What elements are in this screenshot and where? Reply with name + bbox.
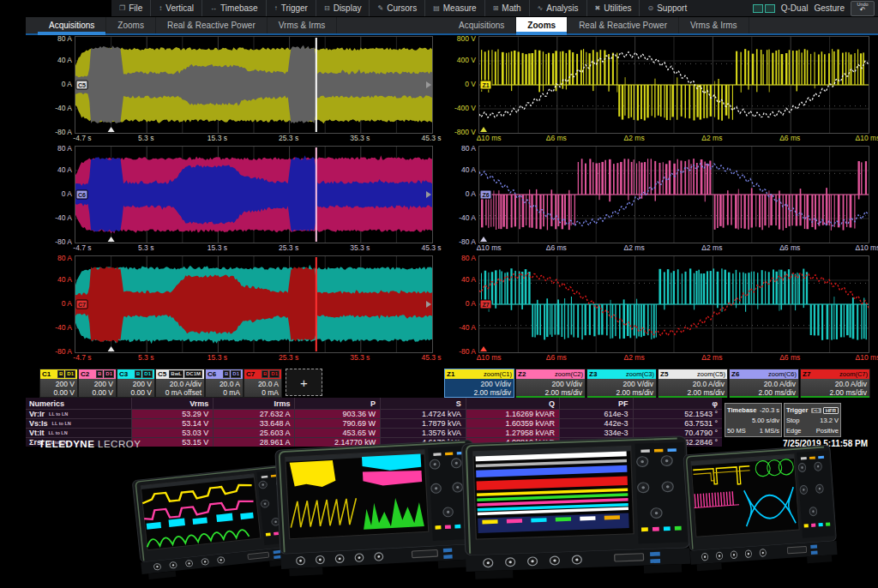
svg-text:C7: C7 <box>78 302 86 308</box>
menu-bar: ❐File↕Vertical↔Timebase↑Trigger⊟Display✎… <box>111 0 878 16</box>
channel-value: 0 mA <box>223 388 240 397</box>
timebase-box[interactable]: Timebase-20.3 s 5.00 s/div 50 MS1 MS/s <box>725 403 782 437</box>
y-tick-label: 40 A <box>461 165 476 174</box>
y-tick-label: 800 V <box>457 34 476 43</box>
zoom-plot-z1-z5[interactable]: Z1 <box>478 36 869 134</box>
zoom-box-z7[interactable]: Z7zoom(C7)20.0 A/div2.00 ms/div <box>800 369 870 398</box>
svg-text:Z1: Z1 <box>482 82 489 88</box>
menu-item-vertical[interactable]: ↕Vertical <box>150 0 201 16</box>
y-tick-label: -80 A <box>459 347 476 356</box>
y-tick-label: 0 A <box>466 189 476 198</box>
x-tick-label: 5.3 s <box>138 243 153 252</box>
channel-badge: D1 <box>231 370 241 378</box>
zoom-header: Z2zoom(C2) <box>516 369 585 379</box>
menu-item-support[interactable]: ⊙Support <box>639 0 695 16</box>
channel-box-c1[interactable]: C1BD1200 V0.00 V <box>39 369 78 398</box>
y-tick-label: 80 A <box>57 254 72 262</box>
tab-group-left: AcquisitionsZoomsReal & Reactive PowerVr… <box>38 17 337 33</box>
menu-item-display[interactable]: ⊟Display <box>316 0 370 16</box>
tab-zooms[interactable]: Zooms <box>516 17 568 33</box>
undo-button[interactable]: Undo ↶ <box>851 1 875 16</box>
zoom-source: zoom(C7) <box>839 370 868 378</box>
channel-box-c2[interactable]: C2BD1200 V0.00 V <box>78 369 117 398</box>
channel-box-c3[interactable]: C3BD1200 V0.00 V <box>117 369 155 398</box>
channel-box-c5[interactable]: C5BwLDC1M20.0 A/div0 mA offset <box>155 369 205 398</box>
channel-box-c6[interactable]: C6BD120.0 A0 mA <box>205 369 244 398</box>
x-tick-label: Δ2 ms <box>624 134 645 142</box>
tab-vrms-irms[interactable]: Vrms & Irms <box>268 17 338 33</box>
acquisition-plot-c2-c6[interactable]: C6 <box>75 146 433 243</box>
trigger-box[interactable]: TriggerC5HFR Stop13.2 V EdgePositive <box>784 403 841 437</box>
y-tick-label: 0 A <box>62 189 72 198</box>
menu-item-analysis[interactable]: ∿Analysis <box>529 0 586 16</box>
x-axis-labels: -4.7 s5.3 s15.3 s25.3 s35.3 s45.3 s <box>75 242 431 254</box>
zoom-plot-z2-z6[interactable]: Z6 <box>478 146 869 243</box>
x-tick-label: Δ10 ms <box>477 134 502 142</box>
zoom-value: 200 V/div <box>552 380 582 388</box>
zoom-box-z5[interactable]: Z5zoom(C5)20.0 A/div2.00 ms/div <box>658 369 728 398</box>
measure-name: Vr:Ir <box>29 410 45 418</box>
zoom-box-z6[interactable]: Z6zoom(C6)20.0 A/div2.00 ms/div <box>729 369 799 398</box>
q-dual-label[interactable]: Q-Dual <box>781 3 809 13</box>
zoom-id: Z1 <box>447 370 454 378</box>
y-tick-label: 40 A <box>57 275 72 284</box>
menu-item-label: File <box>129 3 142 13</box>
menu-item-file[interactable]: ❐File <box>111 0 150 16</box>
y-tick-label: 40 A <box>57 165 72 174</box>
x-tick-label: 5.3 s <box>138 353 153 362</box>
tab-acquisitions[interactable]: Acquisitions <box>38 17 106 33</box>
menu-item-label: Measure <box>443 3 477 13</box>
numerics-value: 1.4724 kVA <box>380 410 466 418</box>
x-tick-label: Δ6 ms <box>779 243 800 252</box>
x-tick-label: 45.3 s <box>421 243 441 252</box>
zoom-box-z1[interactable]: Z1zoom(C1)200 V/div2.00 ms/div <box>444 369 514 398</box>
menu-item-trigger[interactable]: ↑Trigger <box>266 0 316 16</box>
menu-item-measure[interactable]: ▤Measure <box>424 0 484 16</box>
numerics-row-vrir: Vr:IrLL to LN53.29 V27.632 A903.36 W1.47… <box>26 409 722 418</box>
menu-item-utilities[interactable]: ✖Utilities <box>586 0 640 16</box>
tab-real-reactive-power[interactable]: Real & Reactive Power <box>568 17 679 33</box>
menu-item-timebase[interactable]: ↔Timebase <box>201 0 266 16</box>
tab-vrms-irms[interactable]: Vrms & Irms <box>679 17 749 33</box>
x-tick-label: Δ10 ms <box>856 243 878 252</box>
menu-item-cursors[interactable]: ✎Cursors <box>369 0 424 16</box>
y-tick-label: -80 A <box>55 237 72 246</box>
zoom-value: 20.0 A/div <box>764 380 796 388</box>
tab-zooms[interactable]: Zooms <box>106 17 156 33</box>
trigger-source-badge: C5 <box>811 408 821 413</box>
zoom-box-z2[interactable]: Z2zoom(C2)200 V/div2.00 ms/div <box>515 369 586 398</box>
channel-header: C2BD1 <box>79 369 116 379</box>
channel-value: 200 V <box>94 380 113 388</box>
menu-item-math[interactable]: ⊞Math <box>484 0 529 16</box>
x-tick-label: Δ10 ms <box>856 353 878 362</box>
x-tick-label: Δ6 ms <box>546 134 567 142</box>
menu-item-label: Analysis <box>546 3 578 13</box>
numerics-col-header: φ <box>633 398 722 409</box>
y-tick-label: -40 A <box>55 213 72 222</box>
tab-bar: AcquisitionsZoomsReal & Reactive PowerVr… <box>26 17 878 35</box>
channel-box-c7[interactable]: C7BD120.0 A0 mA <box>244 369 282 398</box>
gesture-label[interactable]: Gesture <box>814 3 845 13</box>
numerics-value: 52.1543 ° <box>633 410 722 418</box>
acquisition-plot-c1-c5[interactable]: C5 <box>75 36 433 134</box>
y-tick-label: -400 V <box>454 104 476 112</box>
zoom-plot-z3-z7[interactable]: Z7 <box>478 255 869 353</box>
x-tick-label: -4.7 s <box>73 353 91 362</box>
channel-badge: B <box>135 370 141 378</box>
numerics-value: 1.16269 kVAR <box>466 410 559 418</box>
channel-id: C3 <box>119 370 128 378</box>
add-trace-button[interactable]: + <box>286 369 322 396</box>
channel-value: 20.0 A <box>258 380 279 388</box>
zoom-source: zoom(C5) <box>697 370 725 378</box>
zoom-header: Z1zoom(C1) <box>445 369 514 379</box>
zoom-value: 2.00 ms/div <box>545 388 582 397</box>
tab-acquisitions[interactable]: Acquisitions <box>448 17 516 33</box>
tab-real-reactive-power[interactable]: Real & Reactive Power <box>156 17 268 33</box>
zoom-source: zoom(C1) <box>484 370 512 378</box>
zoom-box-z3[interactable]: Z3zoom(C3)200 V/div2.00 ms/div <box>586 369 657 398</box>
analysis-icon: ∿ <box>538 4 544 12</box>
measure-name: Vs:Is <box>29 419 48 428</box>
measure-subtitle: LL to LN <box>49 411 68 417</box>
vertical-icon: ↕ <box>159 4 162 12</box>
acquisition-plot-c3-c7[interactable]: C7 <box>75 255 433 353</box>
